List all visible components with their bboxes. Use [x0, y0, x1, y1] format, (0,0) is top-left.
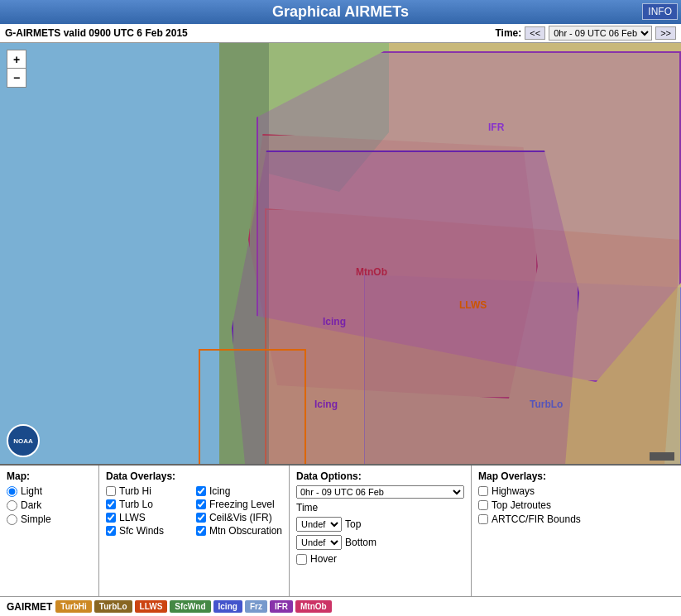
time-next-button[interactable]: >> [655, 26, 676, 40]
map-dark-option[interactable]: Dark [7, 499, 92, 511]
time-prev-button[interactable]: << [525, 26, 545, 40]
map-overlays-group: Highways Top Jetroutes ARTCC/FIR Bounds [478, 485, 674, 525]
sfcwinds-overlay[interactable]: Sfc Winds [106, 525, 189, 537]
bottom-select[interactable]: Undef [296, 535, 342, 550]
map-panel-title: Map: [7, 470, 92, 482]
time-sublabel: Time [296, 502, 464, 513]
llws-checkbox[interactable] [106, 513, 116, 523]
map-style-group: Light Dark Simple [7, 485, 92, 525]
ceilvis-overlay[interactable]: Ceil&Vis (IFR) [196, 512, 282, 523]
data-options-panel: Data Options: 0hr - 09 UTC 06 Feb Time U… [290, 466, 472, 596]
zoom-in-button[interactable]: + [7, 50, 26, 69]
turbhi-checkbox[interactable] [106, 486, 116, 496]
freezing-level-checkbox[interactable] [196, 499, 206, 509]
sfcwinds-checkbox[interactable] [106, 526, 116, 536]
overlays-grid: Turb Hi Icing Turb Lo Freezing Level LLW… [106, 485, 282, 537]
data-options-title: Data Options: [296, 470, 464, 482]
map-simple-radio[interactable] [7, 514, 17, 525]
artcc-overlay[interactable]: ARTCC/FIR Bounds [478, 513, 674, 525]
legend-badge-turbhi[interactable]: TurbHi [55, 600, 91, 613]
time-section: Time: << 0hr - 09 UTC 06 Feb >> [495, 26, 676, 41]
legend-badge-frz[interactable]: Frz [245, 600, 267, 613]
llws-overlay[interactable]: LLWS [106, 512, 189, 523]
bottom-label: Bottom [345, 537, 376, 548]
info-button[interactable]: INFO [642, 3, 678, 20]
map-panel: Map: Light Dark Simple [0, 466, 99, 596]
orange-border-region [199, 349, 306, 464]
map-simple-option[interactable]: Simple [7, 513, 92, 525]
data-time-select[interactable]: 0hr - 09 UTC 06 Feb [296, 485, 464, 499]
scale-bar [650, 452, 674, 461]
app-header: Graphical AIRMETs INFO [0, 0, 681, 24]
top-label: Top [345, 518, 361, 530]
map-overlays-title: Map Overlays: [478, 470, 674, 482]
icing-overlay[interactable]: Icing [196, 485, 282, 497]
map-overlays-panel: Map Overlays: Highways Top Jetroutes ART… [472, 466, 681, 596]
freezing-level-overlay[interactable]: Freezing Level [196, 499, 282, 510]
time-label: Time: [495, 27, 521, 39]
map-dark-radio[interactable] [7, 500, 17, 511]
artcc-checkbox[interactable] [478, 514, 488, 524]
legend-badge-mtnob[interactable]: MtnOb [295, 600, 332, 613]
map-light-radio[interactable] [7, 486, 17, 497]
zoom-out-button[interactable]: − [7, 69, 26, 87]
turbhi-overlay[interactable]: Turb Hi [106, 485, 189, 497]
highways-checkbox[interactable] [478, 486, 488, 496]
subheader: G-AIRMETS valid 0900 UTC 6 Feb 2015 Time… [0, 24, 681, 43]
data-options-content: 0hr - 09 UTC 06 Feb Time Undef Top Undef… [296, 485, 464, 565]
noaa-logo: NOAA [7, 424, 40, 457]
turblo-overlay[interactable]: Turb Lo [106, 499, 189, 510]
bottom-row: Undef Bottom [296, 535, 464, 550]
hover-label: Hover [310, 553, 337, 565]
legend-badge-icing[interactable]: Icing [213, 600, 242, 613]
mtn-overlay[interactable]: Mtn Obscuration [196, 525, 282, 537]
legend-badge-sfcwnd[interactable]: SfcWnd [170, 600, 210, 613]
app-title: Graphical AIRMETs [272, 3, 409, 20]
jetroutes-checkbox[interactable] [478, 500, 488, 510]
legend-badge-ifr[interactable]: IFR [270, 600, 293, 613]
mtn-checkbox[interactable] [196, 526, 206, 536]
badges-container: TurbHiTurbLoLLWSSfcWndIcingFrzIFRMtnOb [55, 600, 331, 613]
top-select[interactable]: Undef [296, 517, 342, 532]
map-light-option[interactable]: Light [7, 485, 92, 497]
top-row: Undef Top [296, 517, 464, 532]
hover-checkbox[interactable] [296, 554, 307, 565]
valid-time-text: G-AIRMETS valid 0900 UTC 6 Feb 2015 [5, 27, 495, 39]
turblo-checkbox[interactable] [106, 499, 116, 509]
legend-badge-turblo[interactable]: TurbLo [94, 600, 132, 613]
icing-checkbox[interactable] [196, 486, 206, 496]
ceilvis-checkbox[interactable] [196, 513, 206, 523]
time-dropdown[interactable]: 0hr - 09 UTC 06 Feb [549, 26, 652, 41]
zoom-controls: + − [7, 50, 26, 88]
data-overlays-panel: Data Overlays: Turb Hi Icing Turb Lo Fre… [99, 466, 290, 596]
hover-row: Hover [296, 553, 464, 565]
bottom-panels: Map: Light Dark Simple Data Overlays: [0, 464, 681, 596]
legend-label: GAIRMET [7, 601, 52, 613]
legend-bar: GAIRMET TurbHiTurbLoLLWSSfcWndIcingFrzIF… [0, 596, 681, 616]
data-overlays-title: Data Overlays: [106, 470, 282, 482]
highways-overlay[interactable]: Highways [478, 485, 674, 497]
map-container: IFR Icing LLWS MtnOb TurbLo Icing + − NO… [0, 43, 681, 464]
legend-badge-llws[interactable]: LLWS [135, 600, 168, 613]
jetroutes-overlay[interactable]: Top Jetroutes [478, 499, 674, 511]
